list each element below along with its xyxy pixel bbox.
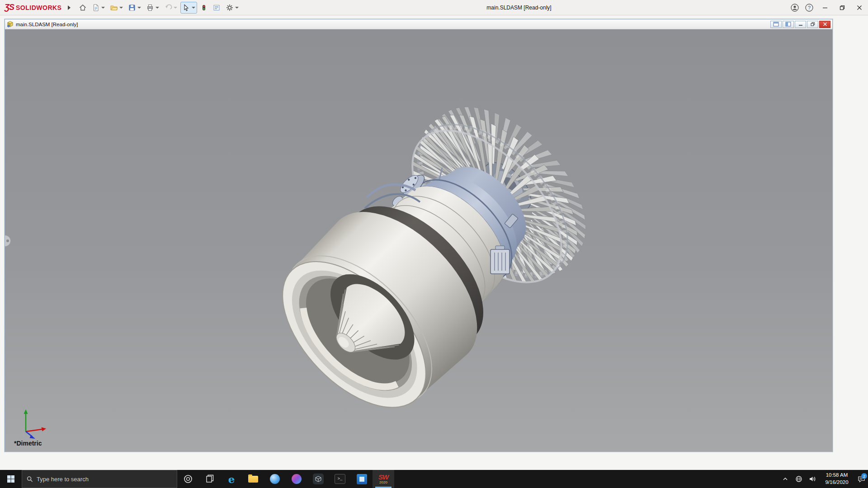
- solidworks-app-icon: SW 2020: [378, 474, 388, 484]
- print-icon: [146, 4, 154, 12]
- media-app-button[interactable]: [286, 470, 307, 488]
- application-background: main.SLDASM [Read-only]: [0, 15, 868, 470]
- options-button[interactable]: [224, 2, 241, 14]
- document-titlebar[interactable]: main.SLDASM [Read-only]: [5, 19, 832, 29]
- document-title: main.SLDASM [Read-only]: [16, 22, 770, 27]
- windows-start-icon: [7, 475, 15, 483]
- document-window: main.SLDASM [Read-only]: [5, 19, 833, 452]
- document-minimize-button[interactable]: [795, 21, 806, 28]
- action-center-button[interactable]: 2: [854, 470, 868, 488]
- speaker-icon: [809, 475, 816, 483]
- chevron-down-icon: [174, 7, 177, 9]
- hidden-icons-button[interactable]: [778, 470, 792, 488]
- task-view-icon: [205, 474, 215, 484]
- solidworks-taskbar-button[interactable]: SW 2020: [373, 470, 394, 488]
- handle-dot: [6, 239, 9, 242]
- cortana-button[interactable]: [177, 470, 199, 488]
- restore-icon: [811, 22, 815, 26]
- solidworks-version-badge: 2020: [379, 481, 387, 484]
- document-close-button[interactable]: [819, 21, 830, 28]
- window-split-icon: [785, 22, 791, 27]
- minimize-icon: [798, 22, 803, 26]
- minimize-button[interactable]: [816, 0, 834, 15]
- photos-icon: [357, 474, 367, 484]
- taskbar-clock[interactable]: 10:58 AM 9/16/2020: [819, 472, 854, 486]
- select-tool-button[interactable]: [180, 2, 197, 14]
- orientation-triad: [17, 403, 53, 441]
- chevron-down-icon: [137, 7, 141, 9]
- solidworks-logo: ƷS SOLIDWORKS: [0, 3, 66, 12]
- file-explorer-icon: [248, 476, 258, 483]
- quick-toolbar: [77, 2, 241, 14]
- maximize-button[interactable]: [834, 0, 851, 15]
- open-button[interactable]: [108, 2, 125, 14]
- open-folder-icon: [110, 4, 118, 12]
- new-document-icon: [92, 4, 100, 12]
- notification-count-badge: 2: [861, 473, 867, 479]
- restore-icon: [840, 5, 845, 10]
- chevron-down-icon: [101, 7, 105, 9]
- search-icon: [27, 476, 33, 483]
- system-tray: 10:58 AM 9/16/2020 2: [778, 470, 868, 488]
- solidworks-logo-name: SOLIDWORKS: [16, 4, 61, 11]
- browser-button[interactable]: [264, 470, 286, 488]
- selection-filter-button[interactable]: [198, 2, 209, 14]
- start-button[interactable]: [0, 470, 22, 488]
- jet-engine-model: [5, 29, 832, 451]
- save-button[interactable]: [126, 2, 143, 14]
- selection-filter-icon: [200, 4, 208, 12]
- cube-app-button[interactable]: [307, 470, 329, 488]
- app-window-title: main.SLDASM [Read-only]: [486, 0, 551, 15]
- media-app-icon: [292, 474, 302, 484]
- terminal-icon: >_: [335, 474, 345, 484]
- window-layout-b-button[interactable]: [783, 21, 794, 28]
- solidworks-logo-mark: ƷS: [5, 3, 14, 12]
- gear-icon: [226, 4, 234, 12]
- undo-button[interactable]: [162, 2, 179, 14]
- model-viewport[interactable]: *Dimetric: [5, 29, 832, 451]
- undo-icon: [164, 4, 172, 12]
- svg-text:?: ?: [808, 5, 811, 10]
- expand-menu-icon[interactable]: [68, 5, 71, 10]
- tray-time: 10:58 AM: [821, 472, 853, 479]
- network-globe-icon: [795, 475, 802, 483]
- chevron-up-icon: [782, 476, 788, 482]
- tray-date: 9/16/2020: [821, 479, 853, 486]
- chevron-down-icon: [235, 7, 239, 9]
- help-icon: ?: [805, 3, 814, 12]
- close-icon: [857, 5, 862, 10]
- file-explorer-button[interactable]: [242, 470, 264, 488]
- close-icon: [823, 22, 827, 26]
- windows-taskbar: e >_ SW 2020 10:58 AM 9/16/2020 2: [0, 470, 868, 488]
- task-view-button[interactable]: [199, 470, 221, 488]
- window-layout-a-button[interactable]: [770, 21, 782, 28]
- edge-icon: e: [228, 474, 235, 484]
- chevron-down-icon: [192, 7, 195, 9]
- window-layout-icon: [773, 22, 779, 27]
- help-button[interactable]: ?: [802, 0, 816, 15]
- edge-button[interactable]: e: [221, 470, 242, 488]
- home-icon: [79, 4, 87, 12]
- task-pane-button[interactable]: [211, 2, 222, 14]
- view-orientation-label: *Dimetric: [14, 440, 42, 447]
- home-button[interactable]: [77, 2, 89, 14]
- account-button[interactable]: [788, 0, 802, 15]
- window-controls: ?: [788, 0, 868, 15]
- network-button[interactable]: [792, 470, 806, 488]
- search-input[interactable]: [37, 476, 172, 483]
- photos-button[interactable]: [351, 470, 373, 488]
- new-document-button[interactable]: [90, 2, 107, 14]
- document-restore-button[interactable]: [807, 21, 818, 28]
- cortana-icon: [183, 474, 193, 484]
- print-button[interactable]: [144, 2, 161, 14]
- volume-button[interactable]: [806, 470, 819, 488]
- chevron-down-icon: [119, 7, 123, 9]
- app-titlebar: ƷS SOLIDWORKS: [0, 0, 868, 15]
- taskbar-search[interactable]: [22, 470, 177, 488]
- document-window-buttons: [770, 21, 830, 28]
- task-pane-icon: [212, 4, 221, 12]
- close-button[interactable]: [851, 0, 868, 15]
- terminal-button[interactable]: >_: [329, 470, 351, 488]
- browser-globe-icon: [270, 474, 280, 484]
- assembly-document-icon: [7, 21, 14, 28]
